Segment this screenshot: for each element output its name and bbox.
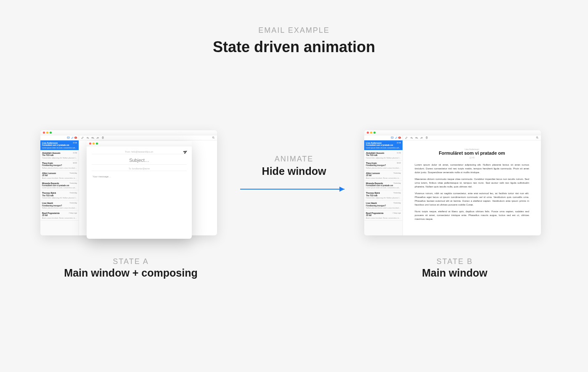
reading-subject: Formuläret som vi pratade om — [415, 150, 529, 156]
message-item[interactable]: Lisa Andersson12:46Formuläret som vi pra… — [40, 140, 79, 150]
zoom-dot-icon[interactable] — [50, 132, 52, 134]
trash-icon[interactable] — [101, 136, 104, 139]
message-sidebar: 3 Lisa Andersson12:46Formuläret som vi p… — [40, 135, 79, 235]
message-item[interactable]: Abdullahi Hussein11:34The TED-talkConsec… — [40, 150, 79, 161]
unread-badge: 3 — [74, 137, 77, 139]
message-item[interactable]: Thea Arpin10:02Föreläsning imorgon?Nulla… — [364, 161, 403, 171]
message-item[interactable]: Abdullahi Hussein11:34The TED-talkConsec… — [364, 150, 403, 161]
message-item[interactable]: Albin LarssonYesterdayJS fallAmet cursus… — [364, 171, 403, 181]
reading-paragraph: Vivamus rutrum, nibh ac sagittis consect… — [415, 192, 529, 207]
message-item[interactable]: Lisa HaackYesterdayFöreläsning imorgon?N… — [364, 201, 403, 211]
titlebar — [364, 130, 541, 135]
compose-subject-input[interactable]: Subject… — [92, 156, 187, 165]
reading-paragraph: Nunc turpis neque, eleifend at libero qu… — [415, 210, 529, 221]
transition-label: ANIMATE Hide window — [235, 155, 353, 195]
caption-title: Main window + composing — [40, 267, 221, 279]
forward-icon[interactable] — [420, 136, 423, 139]
close-dot-icon[interactable] — [367, 132, 369, 134]
message-list: Lisa Andersson12:46Formuläret som vi pra… — [40, 140, 79, 221]
svg-point-1 — [212, 137, 214, 138]
edit-icon[interactable] — [405, 136, 408, 139]
message-item[interactable]: Miranda BayardoYesterdayFormuläret som v… — [364, 181, 403, 191]
mail-icon — [391, 136, 394, 139]
mail-icon — [67, 136, 70, 139]
unread-badge: 3 — [398, 137, 401, 139]
sidebar-header: 3 — [40, 135, 79, 140]
zoom-dot-icon[interactable] — [96, 142, 98, 145]
message-toolbar — [79, 135, 217, 140]
svg-point-3 — [536, 137, 538, 138]
reply-icon[interactable] — [410, 136, 413, 139]
reading-paragraph: Maecenas dictum commodo neque vitae comm… — [415, 177, 529, 189]
message-item[interactable]: Thomas BjörkYesterdayThe TED-talkConsect… — [40, 190, 79, 201]
reading-paragraph: Lorem ipsum dolor sit amet, consectetur … — [415, 163, 529, 174]
state-a-caption: STATE A Main window + composing — [40, 257, 221, 279]
reply-icon[interactable] — [86, 136, 89, 139]
reply-all-icon[interactable] — [415, 136, 418, 139]
reading-time: 12.45 — [415, 156, 529, 159]
message-item[interactable]: Basil Pogosteinie2 days agoJS fallAmet c… — [40, 211, 79, 221]
message-list: Lisa Andersson12:46Formuläret som vi pra… — [364, 140, 403, 221]
search-icon[interactable] — [212, 136, 215, 139]
arrow-icon — [235, 185, 353, 195]
page-header: EMAIL EXAMPLE State driven animation — [0, 0, 588, 56]
compose-from: From: hello@laeasentilijus.om — [92, 150, 187, 154]
message-toolbar — [403, 135, 541, 140]
edit-icon[interactable] — [81, 136, 84, 139]
transition-kicker: ANIMATE — [235, 155, 353, 164]
minimize-dot-icon[interactable] — [93, 142, 95, 145]
transition-title: Hide window — [235, 165, 353, 177]
forward-icon[interactable] — [96, 136, 99, 139]
message-item[interactable]: Lisa HaackYesterdayFöreläsning imorgon?N… — [40, 201, 79, 211]
reading-pane: Lisa Andersson Formuläret som vi pratade… — [403, 140, 541, 235]
message-item[interactable]: Miranda BayardoYesterdayFormuläret som v… — [40, 181, 79, 191]
close-dot-icon[interactable] — [89, 142, 91, 145]
page-kicker: EMAIL EXAMPLE — [0, 26, 588, 35]
message-item[interactable]: Thea Arpin10:02Föreläsning imorgon?Nulla… — [40, 161, 79, 171]
state-b-main-window: 3 Lisa Andersson12:46Formuläret som vi p… — [364, 130, 541, 235]
page-title: State driven animation — [0, 38, 588, 56]
sidebar-header: 3 — [364, 135, 403, 140]
message-item[interactable]: Thomas BjörkYesterdayThe TED-talkConsect… — [364, 190, 403, 201]
compose-to-input[interactable]: To: kundkontor@acme — [92, 166, 187, 171]
send-button[interactable] — [183, 148, 188, 156]
reply-all-icon[interactable] — [91, 136, 94, 139]
search-icon[interactable] — [536, 136, 539, 139]
compose-body-input[interactable]: Your message… — [92, 173, 187, 180]
titlebar — [40, 130, 217, 135]
message-item[interactable]: Basil Pogosteinie2 days agoJS fallAmet c… — [364, 211, 403, 221]
trash-icon[interactable] — [425, 136, 428, 139]
compose-window: From: hello@laeasentilijus.om Subject… T… — [87, 141, 192, 239]
message-sidebar: 3 Lisa Andersson12:46Formuläret som vi p… — [364, 135, 403, 235]
state-b-caption: STATE B Main window — [364, 257, 545, 279]
content-pane: Lisa Andersson Formuläret som vi pratade… — [403, 135, 541, 235]
compose-icon[interactable] — [71, 136, 74, 139]
caption-title: Main window — [364, 267, 545, 279]
zoom-dot-icon[interactable] — [373, 132, 376, 134]
message-item[interactable]: Albin LarssonYesterdayJS fallAmet cursus… — [40, 171, 79, 181]
compose-titlebar — [87, 141, 192, 146]
compose-icon[interactable] — [395, 136, 398, 139]
close-dot-icon[interactable] — [43, 132, 45, 134]
minimize-dot-icon[interactable] — [370, 132, 372, 134]
message-item[interactable]: Lisa Andersson12:46Formuläret som vi pra… — [364, 140, 403, 150]
caption-kicker: STATE A — [40, 257, 221, 266]
caption-kicker: STATE B — [364, 257, 545, 266]
minimize-dot-icon[interactable] — [46, 132, 48, 134]
